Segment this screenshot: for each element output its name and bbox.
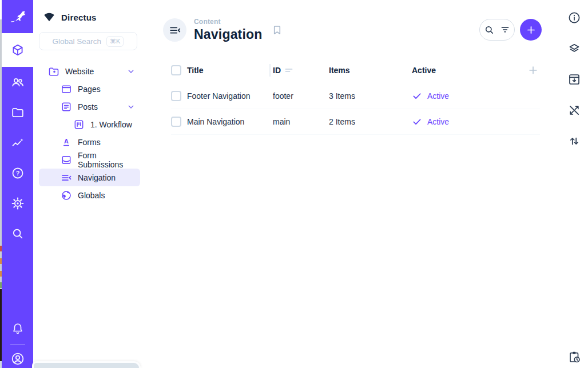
sort-order-button[interactable] [567,134,581,148]
menu-open-icon [61,172,72,183]
insights-icon [11,136,25,150]
global-search-input[interactable]: Global Search ⌘K [39,32,137,50]
cell-id: footer [273,91,329,101]
app-window: ? [0,0,588,368]
sidebar-item-label: Posts [78,102,98,111]
sidebar-item-website[interactable]: Website [39,62,140,80]
sidebar-item-label: Forms [78,138,101,147]
avatar-icon [10,351,25,366]
filter-icon [500,25,510,35]
cell-title: Footer Navigation [187,91,273,101]
global-search-shortcut: ⌘K [106,36,124,47]
row-checkbox[interactable] [171,117,181,127]
add-column-button[interactable] [526,65,540,76]
breadcrumb: Content [194,18,263,26]
window-icon [61,83,72,95]
svg-text:A: A [64,138,69,145]
plus-icon [526,25,537,35]
sidebar-item-label: 1. Workflow [90,120,132,129]
search-icon [484,25,495,35]
layout-options-button[interactable] [567,42,581,55]
chevron-down-icon[interactable] [126,67,136,76]
pending-actions-icon [567,350,581,364]
import-export-button[interactable] [567,73,581,86]
nav-collapse-button[interactable] [163,18,186,42]
info-button[interactable] [567,11,581,25]
items-table: Title ID Items Active F [171,62,540,135]
sidebar-item-forms[interactable]: A Forms [39,133,140,151]
chevron-down-icon[interactable] [126,102,136,111]
cell-active: Active [412,91,526,101]
cell-items: 2 Items [329,117,412,126]
globe-icon [61,190,72,201]
folder-star-icon [48,66,59,77]
svg-text:?: ? [15,170,19,177]
cell-active: Active [412,117,526,127]
auto-refresh-button[interactable] [567,103,581,117]
title-block: Content Navigation [194,18,263,42]
module-search[interactable] [2,218,33,249]
main-content: Content Navigation [143,0,588,368]
bookmark-button[interactable] [271,24,283,36]
sidebar-item-globals[interactable]: Globals [39,186,140,204]
table-row[interactable]: Footer Navigation footer 3 Items Active [171,83,540,109]
cell-id: main [273,117,329,126]
module-settings[interactable] [2,188,33,218]
create-item-button[interactable] [520,19,542,41]
sidebar-item-label: Globals [78,191,105,200]
sidebar-item-pages[interactable]: Pages [39,80,140,98]
module-bar: ? [2,0,33,368]
archive-download-icon [567,73,581,86]
info-icon [567,11,581,25]
sidebar-item-label: Navigation [78,173,116,182]
table-row[interactable]: Main Navigation main 2 Items Active [171,109,540,135]
table-header-row: Title ID Items Active [171,62,540,79]
rabbit-logo-icon [8,7,27,26]
module-insights[interactable] [2,127,33,158]
gear-icon [11,197,25,210]
module-content[interactable] [2,33,33,67]
bookmark-icon [271,24,283,36]
search-filter-button[interactable] [479,19,515,41]
module-help[interactable]: ? [2,158,33,188]
module-bar-bottom [2,320,33,368]
project-header[interactable]: Directus [33,0,143,23]
box-icon [11,43,25,57]
column-header-title[interactable]: Title [187,66,273,75]
column-header-id[interactable]: ID [273,66,329,75]
sidebar-item-label: Form Submissions [78,151,140,169]
sidebar-item-navigation[interactable]: Navigation [39,169,140,186]
page-header: Content Navigation [163,18,283,42]
column-header-active[interactable]: Active [412,66,526,75]
select-all-checkbox[interactable] [171,65,181,75]
directus-logo[interactable] [2,0,33,33]
cell-title: Main Navigation [187,117,273,126]
account-button[interactable] [2,351,33,366]
right-sidebar-rail [561,0,588,368]
project-name: Directus [61,13,97,22]
help-icon: ? [11,166,25,180]
module-files[interactable] [2,97,33,127]
sidebar-item-label: Pages [78,85,101,94]
sort-icon [285,67,293,74]
notifications-button[interactable] [2,320,33,337]
layers-icon [567,42,581,55]
auto-refresh-off-icon [567,103,581,117]
column-header-items[interactable]: Items [329,66,412,75]
module-users[interactable] [2,67,33,97]
kanban-icon [73,119,85,130]
activity-log-button[interactable] [567,350,581,364]
collection-nav: Website Pages Posts [33,62,143,204]
bell-icon [11,322,25,335]
sidebar-item-form-submissions[interactable]: Form Submissions [39,151,140,169]
sidebar-item-posts[interactable]: Posts [39,98,140,115]
magnifier-icon [11,227,25,241]
swap-vert-icon [567,134,581,148]
header-actions [479,19,542,41]
page-title: Navigation [194,27,263,42]
module-bar-divider [10,344,25,345]
row-checkbox[interactable] [171,91,181,101]
global-search-placeholder: Global Search [53,37,102,46]
plus-icon [527,65,539,76]
sidebar-item-workflow[interactable]: 1. Workflow [39,115,140,133]
